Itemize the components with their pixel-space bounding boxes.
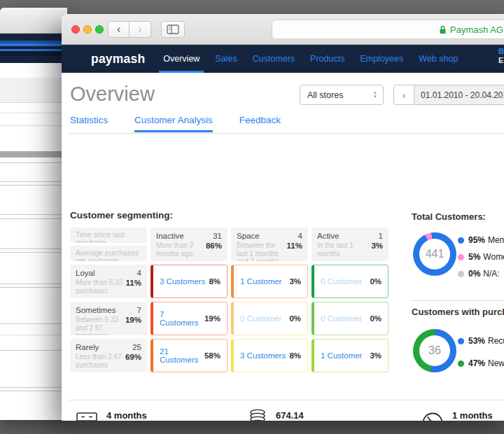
legend-women: 5% Women <box>458 252 504 262</box>
segment-cell[interactable]: 0 Customer 0% <box>231 302 308 335</box>
address-text: Paymash AG <box>450 24 503 35</box>
browser-window: ‹ › Paymash AG paymash Overview Sales Cu… <box>62 14 504 421</box>
recurring-dot-icon <box>458 338 464 344</box>
segment-cell[interactable]: 1 Customer 3% <box>312 339 388 372</box>
na-dot-icon <box>458 271 464 277</box>
sidebar-icon <box>167 24 179 34</box>
background-window-navbar <box>0 34 67 63</box>
select-stepper-icon: ▲▼ <box>373 91 377 99</box>
tab-statistics[interactable]: Statistics <box>70 115 108 132</box>
nav-item-employees[interactable]: Employees <box>360 45 403 73</box>
nav-right-truncated: B E <box>498 47 504 65</box>
background-window[interactable] <box>0 8 67 420</box>
women-dot-icon <box>458 254 464 260</box>
right-panel-divider <box>412 300 504 301</box>
nav-item-webshop[interactable]: Web shop <box>419 45 458 73</box>
store-filter-value: All stores <box>307 90 343 100</box>
row-header-sometimes: SometimesBetween 5.33 and 2.67 purchases… <box>70 302 147 335</box>
segmenting-title: Customer segmenting: <box>70 210 173 220</box>
tab-feedback[interactable]: Feedback <box>239 115 281 132</box>
segment-cell[interactable]: 0 Customer 0% <box>312 302 388 335</box>
legend-na: 0% N/A: <box>458 269 500 279</box>
stat-sales: 674.14 Average sales per customer <box>276 410 384 421</box>
section-divider <box>69 400 504 400</box>
store-filter-select[interactable]: All stores ▲▼ <box>300 85 384 105</box>
app-navbar: paymash Overview Sales Customers Product… <box>62 45 504 73</box>
paymash-logo[interactable]: paymash <box>91 52 145 66</box>
row-header-loyal: LoyalMore than 5.33 purchases 411% <box>70 265 147 298</box>
cash-drawer-icon <box>76 412 98 421</box>
total-customers-donut: 441 <box>413 232 456 276</box>
coins-icon <box>239 407 269 421</box>
purchases-value: 36 <box>428 344 441 357</box>
total-customers-value: 441 <box>426 248 444 260</box>
men-dot-icon <box>458 237 464 244</box>
tab-customer-analysis[interactable]: Customer Analysis <box>134 115 213 132</box>
date-prev-button[interactable]: ‹ <box>393 85 414 105</box>
sidebar-toggle-button[interactable] <box>161 21 185 38</box>
close-window-button[interactable] <box>71 25 80 34</box>
col-header-active: ActiveIn the last 1 months 13% <box>312 227 388 261</box>
lock-icon <box>439 25 447 34</box>
page-title: Overview <box>70 83 155 106</box>
matrix-corner: Time since last purchase. Average purcha… <box>70 227 147 261</box>
clock-icon <box>420 410 445 421</box>
row-header-rarely: RarelyLess than 2.67 purchases 2569% <box>70 339 147 372</box>
purchases-title: Customers with purchases <box>412 307 504 317</box>
axis-label-purchases: Average purchases per customer. <box>70 246 147 261</box>
new-dot-icon <box>458 360 464 367</box>
segment-cell[interactable]: 3 Customers 8% <box>150 265 227 298</box>
nav-item-overview[interactable]: Overview <box>163 45 200 73</box>
browser-chrome: ‹ › Paymash AG <box>62 14 504 45</box>
legend-men: 95% Men <box>458 235 504 245</box>
subtabs: Statistics Customer Analysis Feedback <box>70 115 281 132</box>
axis-label-time: Time since last purchase. <box>70 227 147 243</box>
col-header-space: SpaceBetween the last 1 months and 2 mon… <box>231 227 308 261</box>
browser-back-button[interactable]: ‹ <box>108 21 130 38</box>
segment-cell[interactable]: 21 Customers 58% <box>150 339 227 372</box>
stat-time-between: 1 months Average time between purchases <box>452 410 504 421</box>
legend-new: 47% New customers <box>458 358 504 368</box>
segment-cell[interactable]: 0 Customer 0% <box>312 265 388 298</box>
nav-item-customers[interactable]: Customers <box>253 45 295 73</box>
legend-recurring: 53% Recurring <box>458 336 504 346</box>
page-content: Overview All stores ▲▼ ‹ 01.01.2010 - 20… <box>62 73 504 421</box>
segment-cell[interactable]: 3 Customers 8% <box>231 339 308 372</box>
date-range-picker: ‹ 01.01.2010 - 20.04.2018 <box>393 85 504 105</box>
minimize-window-button[interactable] <box>83 25 92 34</box>
main-menu: Overview Sales Customers Products Employ… <box>163 45 458 73</box>
segment-matrix: Time since last purchase. Average purcha… <box>70 227 388 372</box>
col-header-inactive: InactiveMore than 2 months ago 3186% <box>150 227 227 261</box>
stat-duration: 4 months Average duration per customer <box>106 410 226 421</box>
address-bar[interactable]: Paymash AG <box>272 20 504 39</box>
background-window-toolbar <box>0 8 67 34</box>
browser-forward-button[interactable]: › <box>130 21 151 38</box>
segment-cell[interactable]: 1 Customer 3% <box>231 265 308 298</box>
segment-cell[interactable]: 7 Customers 19% <box>150 302 227 335</box>
total-customers-title: Total Customers: <box>412 211 486 222</box>
purchases-donut: 36 <box>413 329 456 372</box>
date-range-value[interactable]: 01.01.2010 - 20.04.2018 <box>414 85 504 105</box>
zoom-window-button[interactable] <box>95 25 104 34</box>
nav-item-sales[interactable]: Sales <box>215 45 237 73</box>
nav-item-products[interactable]: Products <box>310 45 344 73</box>
tabs-divider <box>69 133 504 134</box>
